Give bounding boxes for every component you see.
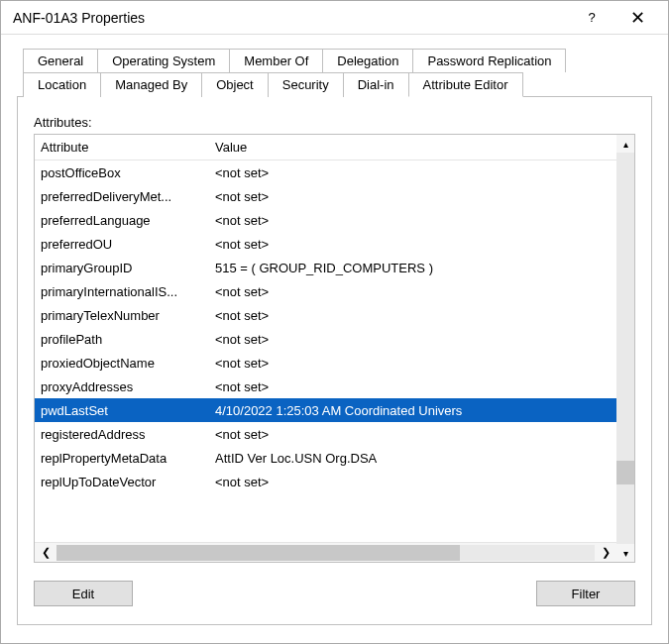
list-rows: postOfficeBox<not set>preferredDeliveryM… bbox=[35, 161, 616, 542]
tab-general[interactable]: General bbox=[23, 49, 98, 72]
edit-button[interactable]: Edit bbox=[34, 581, 133, 606]
window-title: ANF-01A3 Properties bbox=[13, 10, 569, 26]
list-main: Attribute Value postOfficeBox<not set>pr… bbox=[35, 135, 616, 562]
tab-object[interactable]: Object bbox=[201, 72, 269, 97]
table-row[interactable]: preferredLanguage<not set> bbox=[35, 208, 616, 232]
vscroll-thumb[interactable] bbox=[616, 461, 634, 484]
properties-dialog: ANF-01A3 Properties ? ✕ GeneralOperating… bbox=[0, 0, 669, 644]
table-row[interactable]: postOfficeBox<not set> bbox=[35, 161, 616, 184]
tab-location[interactable]: Location bbox=[23, 72, 101, 97]
tab-member-of[interactable]: Member Of bbox=[229, 49, 323, 72]
tab-delegation[interactable]: Delegation bbox=[322, 49, 413, 72]
scroll-up-icon[interactable]: ▴ bbox=[616, 135, 634, 153]
table-row[interactable]: profilePath<not set> bbox=[35, 327, 616, 351]
help-button[interactable]: ? bbox=[569, 1, 614, 34]
attribute-value: <not set> bbox=[209, 213, 616, 228]
attribute-name: profilePath bbox=[35, 332, 209, 347]
attribute-value: 4/10/2022 1:25:03 AM Coordinated Univers bbox=[209, 403, 616, 418]
tab-attribute-editor[interactable]: Attribute Editor bbox=[408, 72, 523, 97]
attribute-value: <not set> bbox=[209, 165, 616, 180]
tab-operating-system[interactable]: Operating System bbox=[97, 49, 230, 72]
attribute-name: proxiedObjectName bbox=[35, 356, 209, 371]
hscroll-track[interactable] bbox=[56, 545, 595, 561]
scroll-down-icon[interactable]: ▾ bbox=[616, 544, 634, 562]
filter-button[interactable]: Filter bbox=[536, 581, 635, 606]
attribute-value: <not set> bbox=[209, 379, 616, 394]
attribute-value: <not set> bbox=[209, 189, 616, 204]
attribute-value: <not set> bbox=[209, 427, 616, 442]
table-row[interactable]: preferredDeliveryMet...<not set> bbox=[35, 184, 616, 208]
scroll-left-icon[interactable]: ❮ bbox=[37, 545, 55, 561]
hscroll-thumb[interactable] bbox=[56, 545, 460, 561]
horizontal-scrollbar[interactable]: ❮ ❯ bbox=[35, 542, 616, 562]
table-row[interactable]: primaryTelexNumber<not set> bbox=[35, 303, 616, 327]
attribute-name: primaryGroupID bbox=[35, 261, 209, 275]
attribute-value: <not set> bbox=[209, 308, 616, 323]
attribute-value: <not set> bbox=[209, 284, 616, 299]
table-row[interactable]: preferredOU<not set> bbox=[35, 232, 616, 256]
attribute-name: preferredDeliveryMet... bbox=[35, 189, 209, 204]
vertical-scrollbar[interactable]: ▴ ▾ bbox=[616, 135, 634, 562]
table-row[interactable]: pwdLastSet4/10/2022 1:25:03 AM Coordinat… bbox=[35, 398, 616, 422]
close-button[interactable]: ✕ bbox=[614, 1, 660, 34]
help-icon: ? bbox=[588, 10, 595, 25]
tab-managed-by[interactable]: Managed By bbox=[100, 72, 202, 97]
attribute-name: primaryTelexNumber bbox=[35, 308, 209, 323]
attribute-editor-panel: Attributes: Attribute Value postOfficeBo… bbox=[17, 96, 652, 625]
table-row[interactable]: primaryInternationalIS...<not set> bbox=[35, 279, 616, 303]
attribute-value: <not set> bbox=[209, 237, 616, 252]
attribute-name: replUpToDateVector bbox=[35, 475, 209, 489]
attribute-name: proxyAddresses bbox=[35, 379, 209, 394]
column-header-value[interactable]: Value bbox=[209, 140, 616, 155]
attribute-value: 515 = ( GROUP_RID_COMPUTERS ) bbox=[209, 261, 616, 275]
attribute-name: replPropertyMetaData bbox=[35, 451, 209, 466]
attributes-label: Attributes: bbox=[34, 115, 635, 130]
attribute-value: AttID Ver Loc.USN Org.DSA bbox=[209, 451, 616, 466]
table-row[interactable]: proxyAddresses<not set> bbox=[35, 375, 616, 398]
tab-password-replication[interactable]: Password Replication bbox=[412, 49, 566, 72]
attribute-name: postOfficeBox bbox=[35, 165, 209, 180]
attribute-name: pwdLastSet bbox=[35, 403, 209, 418]
list-header[interactable]: Attribute Value bbox=[35, 135, 616, 161]
attributes-listbox[interactable]: Attribute Value postOfficeBox<not set>pr… bbox=[34, 134, 635, 563]
attribute-name: primaryInternationalIS... bbox=[35, 284, 209, 299]
vscroll-track[interactable] bbox=[616, 153, 634, 544]
attribute-value: <not set> bbox=[209, 475, 616, 489]
table-row[interactable]: replUpToDateVector<not set> bbox=[35, 470, 616, 493]
titlebar: ANF-01A3 Properties ? ✕ bbox=[1, 1, 668, 35]
button-row: Edit Filter bbox=[34, 581, 635, 606]
table-row[interactable]: replPropertyMetaDataAttID Ver Loc.USN Or… bbox=[35, 446, 616, 470]
attribute-value: <not set> bbox=[209, 356, 616, 371]
table-row[interactable]: registeredAddress<not set> bbox=[35, 422, 616, 446]
close-icon: ✕ bbox=[630, 7, 645, 29]
tab-security[interactable]: Security bbox=[268, 72, 344, 97]
attribute-name: preferredOU bbox=[35, 237, 209, 252]
tabstrip: GeneralOperating SystemMember OfDelegati… bbox=[17, 49, 652, 97]
attribute-name: preferredLanguage bbox=[35, 213, 209, 228]
table-row[interactable]: primaryGroupID515 = ( GROUP_RID_COMPUTER… bbox=[35, 256, 616, 279]
attribute-value: <not set> bbox=[209, 332, 616, 347]
attribute-name: registeredAddress bbox=[35, 427, 209, 442]
dialog-content: GeneralOperating SystemMember OfDelegati… bbox=[1, 35, 668, 643]
tab-dial-in[interactable]: Dial-in bbox=[343, 72, 409, 97]
column-header-attribute[interactable]: Attribute bbox=[35, 140, 209, 155]
scroll-right-icon[interactable]: ❯ bbox=[597, 545, 614, 561]
table-row[interactable]: proxiedObjectName<not set> bbox=[35, 351, 616, 375]
